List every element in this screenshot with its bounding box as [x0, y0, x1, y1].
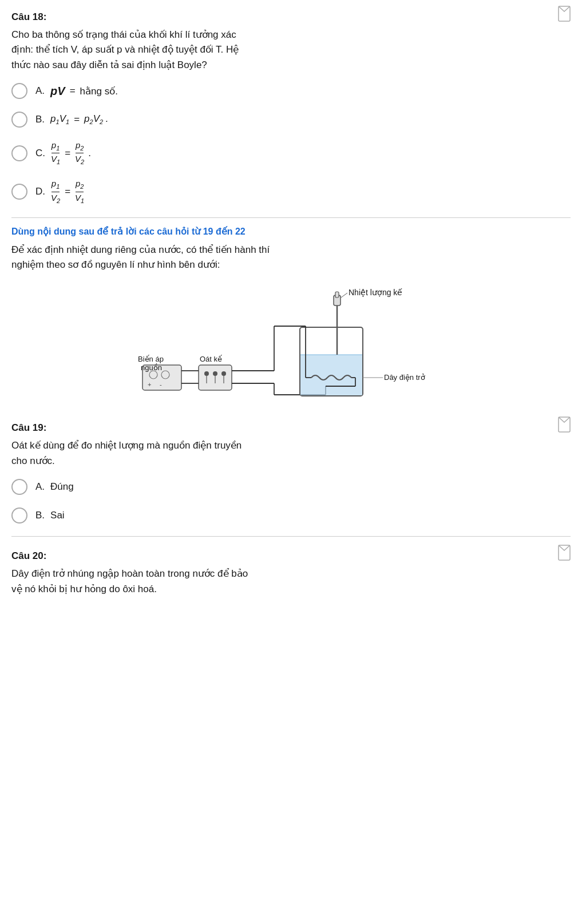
q19-option-b[interactable]: B. Sai — [11, 507, 571, 524]
q18-radio-d[interactable] — [11, 184, 27, 200]
experiment-diagram: + - — [137, 280, 446, 406]
svg-text:+: + — [148, 381, 151, 388]
svg-line-33 — [341, 293, 347, 298]
q18-option-d[interactable]: D. p1 V2 = p2 V1 — [11, 179, 571, 204]
q18-radio-b[interactable] — [11, 112, 27, 128]
q19-header: Câu 19: — [11, 417, 46, 434]
q19-bookmark-icon[interactable] — [558, 417, 571, 433]
q19-option-a-content: A. Đúng — [35, 481, 74, 493]
q18-option-d-content: D. p1 V2 = p2 V1 — [35, 179, 84, 204]
svg-text:Biến áp: Biến áp — [138, 355, 164, 363]
label-nhiet-luong-ke: Nhiệt lượng kế — [349, 288, 402, 297]
q19-option-a[interactable]: A. Đúng — [11, 479, 571, 495]
q20-text: Dây điện trở nhúng ngập hoàn toàn trong … — [11, 566, 571, 597]
q18-header: Câu 18: — [11, 6, 46, 23]
q18-bookmark-icon[interactable] — [558, 6, 571, 22]
q18-radio-a[interactable] — [11, 83, 27, 99]
question-19-section: Câu 19: Oát kế dùng để đo nhiệt lượng mà… — [11, 417, 571, 524]
q18-fraction-d-left: p1 V2 — [51, 179, 60, 204]
q19-radio-a[interactable] — [11, 479, 27, 495]
q20-bookmark-icon[interactable] — [558, 545, 571, 561]
svg-point-9 — [221, 371, 226, 376]
context-banner: Dùng nội dung sau để trả lời các câu hỏi… — [11, 226, 571, 237]
divider-1 — [11, 217, 571, 218]
svg-rect-40 — [559, 545, 570, 560]
q18-option-b-content: B. p1V1 = p2V2 . — [35, 113, 109, 125]
context-text: Để xác định nhiệt dung riêng của nước, c… — [11, 243, 571, 273]
svg-rect-32 — [335, 292, 339, 298]
q18-option-a-content: A. pV = hằng số. — [35, 85, 118, 98]
question-18-section: Câu 18: Cho ba thông số trạng thái của k… — [11, 6, 571, 205]
svg-text:nguồn: nguồn — [141, 363, 162, 372]
q18-fraction-c-right: p2 V2 — [75, 140, 84, 166]
svg-text:Oát kế: Oát kế — [200, 355, 222, 363]
q19-text: Oát kế dùng để đo nhiệt lượng mà nguồn đ… — [11, 438, 571, 469]
q18-option-c[interactable]: C. p1 V1 = p2 V2 . — [11, 140, 571, 166]
svg-point-7 — [204, 371, 209, 376]
q18-option-b[interactable]: B. p1V1 = p2V2 . — [11, 112, 571, 128]
svg-rect-39 — [559, 417, 570, 432]
q18-option-c-content: C. p1 V1 = p2 V2 . — [35, 140, 91, 166]
question-20-section: Câu 20: Dây điện trở nhúng ngập hoàn toà… — [11, 545, 571, 597]
svg-rect-0 — [559, 6, 570, 21]
q18-option-a[interactable]: A. pV = hằng số. — [11, 83, 571, 99]
diagram-svg: + - — [137, 280, 446, 406]
q18-fraction-d-right: p2 V1 — [75, 179, 84, 204]
svg-point-8 — [213, 371, 217, 376]
q18-text: Cho ba thông số trạng thái của khối khí … — [11, 27, 571, 73]
q18-radio-c[interactable] — [11, 145, 27, 161]
divider-2 — [11, 536, 571, 537]
page-container: Câu 18: Cho ba thông số trạng thái của k… — [0, 0, 582, 624]
q20-header: Câu 20: — [11, 545, 46, 562]
q18-fraction-c-left: p1 V1 — [51, 140, 60, 166]
svg-text:Dây điện trở: Dây điện trở — [384, 373, 425, 382]
q19-option-b-content: B. Sai — [35, 510, 65, 521]
svg-text:-: - — [160, 381, 162, 388]
q19-radio-b[interactable] — [11, 507, 27, 524]
